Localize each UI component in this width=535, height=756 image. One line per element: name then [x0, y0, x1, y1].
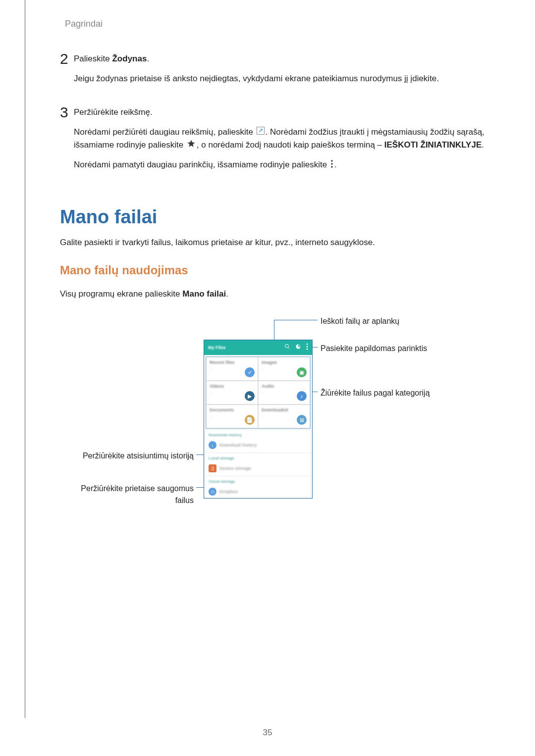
step3-line2: Norėdami peržiūrėti daugiau reikšmių, pa…: [74, 126, 500, 152]
more-icon[interactable]: [306, 343, 308, 353]
clock-icon: ✓: [245, 367, 255, 377]
expand-icon: [257, 126, 265, 139]
image-icon: ▣: [297, 367, 307, 377]
section-intro: Galite pasiekti ir tvarkyti failus, laik…: [60, 236, 500, 249]
screenshot-diagram: Ieškoti failų ar aplankų Pasiekite papil…: [60, 315, 500, 528]
dropbox-row[interactable]: ◇ Dropbox: [209, 487, 308, 497]
step-number: 2: [60, 50, 74, 92]
category-grid: Recent files··· ✓ Images··· ▣ Videos··· …: [206, 356, 311, 429]
device-storage-row[interactable]: ▯ Device storage: [209, 463, 308, 473]
svg-line-5: [288, 348, 290, 349]
step-3: 3 Peržiūrėkite reikšmę. Norėdami peržiūr…: [60, 104, 500, 178]
callout-search: Ieškoti failų ar aplankų: [321, 315, 399, 327]
tile-audio[interactable]: Audio··· ♪: [258, 381, 310, 404]
tile-images[interactable]: Images··· ▣: [258, 357, 310, 381]
cloud-storage-section: Cloud storage ◇ Dropbox: [206, 477, 311, 497]
subsection-title: Mano failų naudojimas: [60, 261, 500, 279]
video-icon: ▶: [245, 391, 255, 401]
storage-icon[interactable]: [295, 343, 301, 352]
step3-line3: Norėdami pamatyti daugiau parinkčių, išs…: [74, 158, 500, 171]
more-vertical-icon: [330, 159, 333, 172]
tile-documents[interactable]: Documents··· 📄: [206, 404, 258, 428]
document-icon: 📄: [245, 415, 255, 425]
tile-videos[interactable]: Videos··· ▶: [206, 381, 258, 404]
screenshot-title: My Files: [208, 345, 279, 352]
section-title: Mano failai: [60, 203, 500, 231]
svg-point-2: [331, 163, 333, 165]
tile-recent[interactable]: Recent files··· ✓: [206, 357, 258, 381]
screenshot-header: My Files: [204, 340, 312, 355]
svg-point-4: [285, 345, 289, 348]
svg-point-8: [307, 346, 308, 347]
step2-line2: Jeigu žodynas prietaise iš anksto neįdie…: [74, 72, 500, 85]
tile-downloaded[interactable]: Downloaded··· ⊞: [258, 404, 310, 428]
svg-point-3: [331, 166, 333, 168]
local-storage-section: Local storage ▯ Device storage: [206, 454, 311, 475]
step2-line1: Palieskite Žodynas.: [74, 52, 500, 65]
search-icon[interactable]: [284, 343, 290, 352]
dropbox-icon: ◇: [209, 488, 216, 496]
svg-point-1: [331, 160, 333, 162]
step-number: 3: [60, 104, 74, 178]
callout-more: Pasiekite papildomas parinktis: [321, 343, 427, 354]
download-history-section: Download history ↓ Download history: [206, 430, 311, 452]
screenshot: My Files Recent files··· ✓ Images··· ▣ V…: [204, 340, 313, 499]
audio-icon: ♪: [297, 391, 307, 401]
download-history-row[interactable]: ↓ Download history: [209, 440, 308, 450]
svg-point-7: [307, 343, 308, 345]
svg-point-9: [307, 348, 308, 350]
page-number: 35: [0, 726, 535, 739]
page-header: Pagrindai: [65, 17, 500, 31]
download-icon: ↓: [209, 441, 216, 449]
apps-icon: ⊞: [297, 415, 307, 425]
star-icon: [187, 139, 196, 152]
device-icon: ▯: [209, 464, 216, 472]
callout-device: Peržiūrėkite prietaise saugomus failus: [65, 483, 194, 506]
callout-downloads: Peržiūrėkite atsisiuntimų istoriją: [75, 450, 194, 462]
step3-line1: Peržiūrėkite reikšmę.: [74, 106, 500, 119]
subsection-intro: Visų programų ekrane palieskite Mano fai…: [60, 288, 500, 301]
step-2: 2 Palieskite Žodynas. Jeigu žodynas prie…: [60, 50, 500, 92]
callout-category: Žiūrėkite failus pagal kategoriją: [321, 387, 430, 399]
